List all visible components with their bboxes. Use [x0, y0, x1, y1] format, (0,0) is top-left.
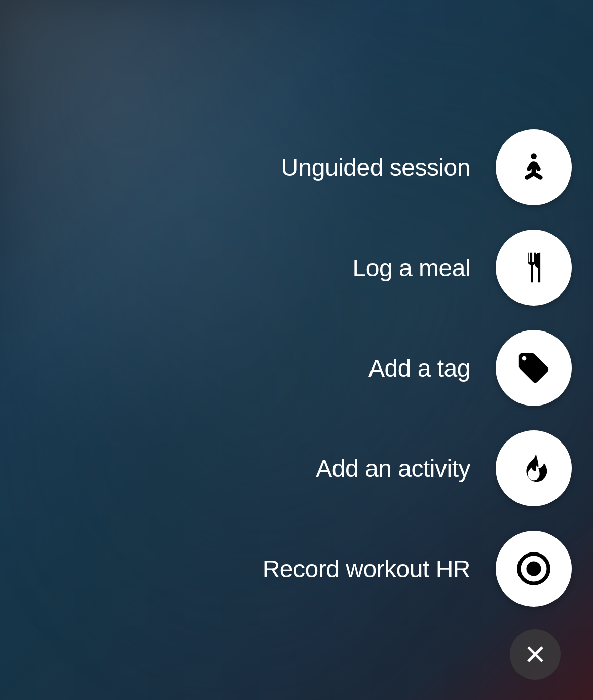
fab-label: Log a meal [353, 254, 471, 282]
fab-item-add-tag[interactable]: Add a tag [368, 330, 572, 406]
fab-label: Unguided session [281, 154, 470, 181]
fab-button-add-tag[interactable] [496, 330, 572, 406]
record-icon [516, 551, 551, 586]
fab-label: Add an activity [316, 455, 470, 483]
utensils-icon [516, 250, 551, 285]
fab-label: Add a tag [368, 354, 470, 382]
fab-item-record-workout[interactable]: Record workout HR [263, 531, 572, 607]
svg-point-0 [531, 153, 537, 159]
fab-close-button[interactable] [510, 629, 561, 680]
fab-button-unguided-session[interactable] [496, 129, 572, 205]
meditation-icon [516, 150, 551, 185]
fab-item-unguided-session[interactable]: Unguided session [281, 129, 572, 205]
fab-item-log-meal[interactable]: Log a meal [353, 230, 572, 306]
flame-icon [516, 451, 551, 486]
close-icon [525, 644, 546, 665]
svg-point-2 [526, 561, 541, 576]
tag-icon [516, 350, 551, 386]
fab-button-log-meal[interactable] [496, 230, 572, 306]
fab-button-add-activity[interactable] [496, 430, 572, 506]
fab-action-menu: Unguided session Log a meal Add a tag Ad… [263, 129, 572, 680]
fab-item-add-activity[interactable]: Add an activity [316, 430, 572, 506]
fab-label: Record workout HR [263, 555, 470, 583]
fab-button-record-workout[interactable] [496, 531, 572, 607]
